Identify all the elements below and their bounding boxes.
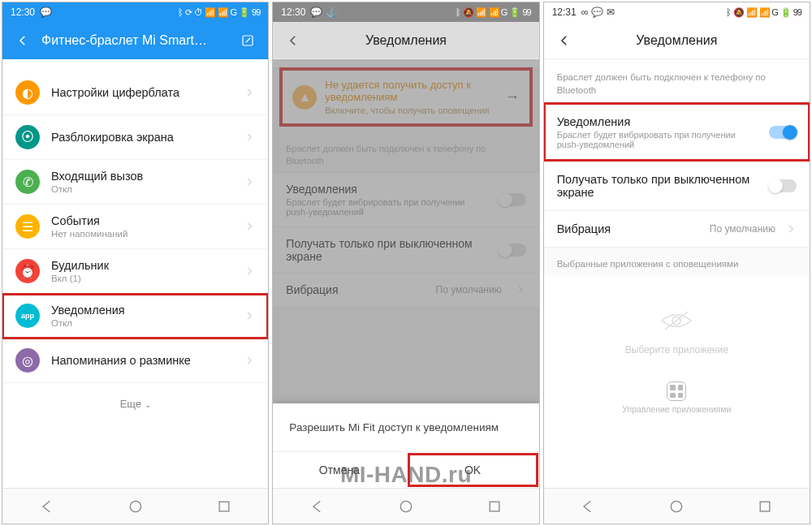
- selected-apps-section: Выбранные приложения с оповещениями: [544, 247, 810, 275]
- status-right-icons: ᛒ ⟳ ⏱ 📶 📶 G 🔋 99: [178, 7, 260, 18]
- settings-row-2[interactable]: ✆Входящий вызовОткл: [2, 160, 268, 205]
- status-left-icons: 💬 ⚓: [310, 6, 338, 18]
- nav-back[interactable]: [577, 496, 598, 517]
- apps-grid-icon: [667, 382, 686, 401]
- settings-row-3[interactable]: ☰СобытияНет напоминаний: [2, 205, 268, 249]
- notifications-toggle-row[interactable]: Уведомления Браслет будет вибрировать пр…: [273, 172, 538, 226]
- battery-pct: 99: [793, 7, 801, 17]
- svg-point-7: [672, 501, 682, 511]
- chevron-right-icon: [244, 265, 255, 277]
- screen-off-toggle-row[interactable]: Получать только при выключенном экране: [544, 161, 810, 210]
- settings-row-1[interactable]: ⦿Разблокировка экрана: [2, 115, 268, 160]
- screen-off-toggle-row[interactable]: Получать только при выключенном экране: [273, 226, 538, 273]
- nav-bar: [544, 488, 810, 524]
- toggle-off[interactable]: [499, 193, 526, 206]
- row-icon: ✆: [15, 170, 40, 194]
- row-sub: Вкл (1): [51, 274, 232, 283]
- vibration-row[interactable]: Вибрация По умолчанию: [273, 273, 538, 306]
- nav-back[interactable]: [307, 496, 328, 517]
- signal-icon: 📶: [476, 7, 486, 18]
- nav-home[interactable]: [666, 496, 687, 517]
- row-label: Уведомления: [51, 304, 232, 317]
- sync-icon: ⟳: [185, 7, 192, 18]
- nav-bar: [2, 488, 268, 524]
- row-label: Получать только при выключенном экране: [557, 173, 759, 199]
- nav-bar: [273, 488, 538, 524]
- chevron-right-icon: [785, 223, 797, 235]
- app-header: Уведомления: [273, 22, 538, 59]
- row-icon: ⏰: [15, 259, 40, 283]
- row-label: Входящий вызов: [51, 170, 232, 183]
- message-icon: 💬: [310, 6, 322, 18]
- row-icon: ⦿: [15, 125, 40, 149]
- row-sub: Браслет будет вибрировать при получении …: [557, 130, 759, 149]
- nav-home[interactable]: [125, 496, 146, 517]
- row-label: Уведомления: [557, 115, 759, 128]
- signal-icon: 📶 G: [218, 7, 236, 18]
- edit-button[interactable]: [239, 33, 257, 48]
- back-button[interactable]: [555, 33, 573, 48]
- notifications-toggle-row[interactable]: Уведомления Браслет будет вибрировать пр…: [544, 103, 810, 161]
- svg-point-3: [400, 501, 411, 511]
- status-bar: 12:30 💬 ᛒ ⟳ ⏱ 📶 📶 G 🔋 99: [2, 2, 268, 22]
- settings-row-0[interactable]: ◐Настройки циферблата: [2, 71, 268, 115]
- chevron-right-icon: [244, 87, 255, 98]
- toggle-on[interactable]: [769, 126, 797, 139]
- toggle-off[interactable]: [499, 244, 526, 257]
- row-label: Уведомления: [286, 183, 488, 196]
- permission-banner[interactable]: ▲ Не удается получить доступ к уведомлен…: [279, 67, 532, 127]
- nav-home[interactable]: [395, 496, 417, 517]
- toggle-off[interactable]: [769, 179, 797, 192]
- row-sub: Браслет будет вибрировать при получении …: [286, 197, 488, 217]
- clock-icon: ⏱: [194, 7, 202, 17]
- nav-back[interactable]: [37, 496, 58, 517]
- signal-icon: 📶: [205, 7, 215, 18]
- empty-text: Выберите приложение: [625, 344, 728, 356]
- status-time: 12:31: [552, 6, 577, 18]
- bluetooth-note: Браслет должен быть подключен к телефону…: [273, 135, 538, 172]
- svg-rect-2: [219, 502, 229, 511]
- notifications-page: Браслет должен быть подключен к телефону…: [544, 59, 810, 488]
- row-icon: ☰: [15, 214, 40, 239]
- show-more[interactable]: Еще ⌄: [2, 383, 268, 425]
- nav-recent[interactable]: [484, 496, 505, 517]
- chevron-right-icon: [244, 355, 255, 366]
- nav-recent[interactable]: [754, 496, 775, 517]
- status-time: 12:30: [281, 6, 305, 18]
- back-button[interactable]: [284, 33, 302, 48]
- row-label: События: [51, 214, 232, 227]
- silent-icon: 🔕: [463, 7, 473, 18]
- row-icon: app: [15, 304, 40, 328]
- settings-row-4[interactable]: ⏰БудильникВкл (1): [2, 249, 268, 294]
- bluetooth-note: Браслет должен быть подключен к телефону…: [544, 59, 810, 103]
- settings-row-5[interactable]: appУведомленияОткл: [2, 294, 268, 338]
- loop-icon: ∞: [581, 6, 589, 18]
- banner-title: Не удается получить доступ к уведомления…: [325, 79, 496, 103]
- vibration-row[interactable]: Вибрация По умолчанию: [544, 210, 810, 247]
- status-bar: 12:30 💬 ⚓ ᛒ 🔕 📶 📶 G 🔋 99: [273, 2, 538, 22]
- row-label: Будильник: [51, 259, 232, 272]
- status-time: 12:30: [11, 6, 35, 18]
- header-title: Уведомления: [307, 33, 504, 48]
- warning-icon: ▲: [292, 85, 317, 110]
- svg-rect-4: [490, 502, 499, 511]
- row-label: Разблокировка экрана: [51, 131, 232, 144]
- svg-point-1: [130, 501, 140, 511]
- settings-list: ◐Настройки циферблата⦿Разблокировка экра…: [2, 59, 268, 488]
- screenshot-1: 12:30 💬 ᛒ ⟳ ⏱ 📶 📶 G 🔋 99 Фитнес-браслет …: [2, 2, 269, 524]
- screenshot-3: 12:31 ∞ 💬 ✉ ᛒ 🔕 📶 📶 G 🔋 99 Уведомления Б…: [543, 2, 810, 524]
- silent-icon: 🔕: [733, 7, 744, 18]
- nav-recent[interactable]: [214, 496, 235, 517]
- back-button[interactable]: [14, 33, 32, 48]
- message-icon: 💬: [591, 6, 603, 18]
- status-left-icons: 💬: [40, 6, 52, 18]
- row-icon: ◐: [15, 80, 40, 105]
- app-management[interactable]: Управление приложениями: [544, 356, 810, 420]
- battery-icon: 🔋: [780, 7, 791, 18]
- dialog-message: Разрешить Mi Fit доступ к уведомлениям: [273, 403, 538, 451]
- chevron-right-icon: [244, 221, 255, 232]
- chevron-right-icon: [244, 310, 255, 321]
- settings-row-6[interactable]: ◎Напоминания о разминке: [2, 338, 268, 383]
- row-icon: ◎: [15, 348, 40, 373]
- row-label: Настройки циферблата: [51, 86, 232, 99]
